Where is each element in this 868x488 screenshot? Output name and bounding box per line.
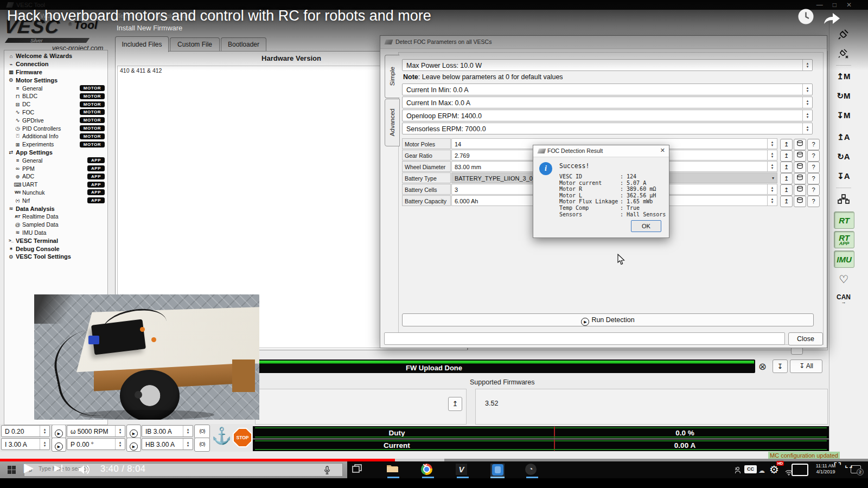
ok-button[interactable]: OK — [631, 220, 661, 232]
sidebar-item-motor-settings[interactable]: ⚙Motor Settings — [4, 76, 107, 84]
sidebar-item-uart[interactable]: ⌨UARTAPP — [4, 181, 107, 189]
sidebar-item-sampled-data[interactable]: @Sampled Data — [4, 221, 107, 229]
upload-fw-button[interactable]: ↥ — [448, 397, 462, 411]
close-icon[interactable]: ✕ — [846, 1, 861, 9]
sidebar-item-app-general[interactable]: ≡GeneralAPP — [4, 156, 107, 164]
spinner-icon[interactable] — [802, 84, 812, 95]
rpm-setpoint-input[interactable]: ω 5000 RPM — [67, 425, 125, 437]
spinner-icon[interactable] — [802, 60, 812, 70]
realtime-data-icon[interactable]: RT — [834, 211, 854, 229]
help-param-button[interactable]: ? — [807, 150, 820, 162]
can-forward-icon[interactable]: CAN→ — [834, 291, 853, 307]
spinner-icon[interactable] — [767, 184, 777, 194]
reload-app-config-icon[interactable]: ↻A — [834, 149, 853, 165]
can-scan-icon[interactable] — [834, 191, 853, 207]
write-app-config-icon[interactable]: ↧A — [834, 168, 853, 184]
realtime-app-icon[interactable]: RTAPP — [834, 231, 854, 248]
sidebar-item-additional-info[interactable]: ⍞Additional InfoMOTOR — [4, 132, 107, 140]
tab-simple[interactable]: Simple — [385, 55, 400, 98]
share-icon[interactable] — [822, 9, 842, 27]
spinner-icon[interactable] — [40, 439, 49, 450]
spinner-icon[interactable] — [802, 97, 812, 108]
handbrake-current-input[interactable]: HB 3.00 A — [142, 438, 193, 450]
maximize-icon[interactable]: □ — [833, 1, 846, 9]
current-in-min-field[interactable]: Current In Min: 0.0 A — [402, 84, 813, 95]
sidebar-item-gpdrive[interactable]: ∿GPDriveMOTOR — [4, 116, 107, 124]
database-param-button[interactable] — [794, 173, 806, 184]
sidebar-item-nunchuk[interactable]: WiiNunchukAPP — [4, 189, 107, 197]
spinner-icon[interactable] — [183, 426, 193, 436]
play-pause-icon[interactable]: ▶ — [24, 460, 34, 475]
sidebar-item-pid-controllers[interactable]: ◷PID ControllersMOTOR — [4, 124, 107, 132]
video-progress-bar[interactable] — [0, 459, 868, 461]
spinner-icon[interactable] — [802, 110, 812, 121]
write-motor-config-icon[interactable]: ↧M — [834, 107, 853, 124]
spinner-icon[interactable] — [767, 139, 777, 149]
tab-included-files[interactable]: Included Files — [115, 36, 169, 52]
next-video-icon[interactable]: ▶ — [54, 463, 62, 473]
sidebar-item-nrf[interactable]: (•)NrfAPP — [4, 196, 107, 204]
disconnect-icon[interactable] — [834, 46, 853, 62]
spinner-icon[interactable] — [115, 439, 125, 450]
sidebar-item-foc[interactable]: ∿FOCMOTOR — [4, 108, 107, 117]
brake-current-input[interactable]: IB 3.00 A — [142, 425, 193, 437]
file-explorer-icon[interactable] — [386, 464, 400, 477]
fullscreen-icon[interactable]: ⌜⌝ ⌞⌟ — [834, 462, 853, 468]
sidebar-item-firmware[interactable]: ▦Firmware — [4, 68, 107, 76]
start-button[interactable] — [8, 466, 16, 474]
miniplayer-icon[interactable] — [792, 464, 808, 476]
run-current-button[interactable]: ▶ — [52, 438, 66, 452]
upload-param-button[interactable]: ↥ — [780, 150, 793, 162]
anchor-icon[interactable]: ⚓ — [212, 426, 232, 445]
connect-icon[interactable] — [834, 26, 853, 42]
onedrive-cloud-icon[interactable]: ☁ — [758, 467, 765, 474]
keyboard-control-heart-icon[interactable]: ♡ — [834, 271, 853, 287]
database-param-button[interactable] — [794, 184, 806, 196]
run-detection-button[interactable]: ▶Run Detection — [402, 313, 814, 326]
obs-icon[interactable]: ◔ — [525, 464, 539, 477]
reload-motor-config-icon[interactable]: ↻M — [834, 88, 853, 104]
tab-advanced[interactable]: Advanced — [385, 99, 400, 146]
database-param-button[interactable] — [794, 150, 806, 162]
brake-icon[interactable]: (O) — [194, 425, 210, 439]
result-titlebar[interactable]: FOC Detection Result ✕ — [533, 145, 669, 157]
minimize-icon[interactable]: — — [816, 1, 833, 9]
duty-setpoint-input[interactable]: D 0.20 — [1, 425, 50, 437]
video-title[interactable]: Hack hoverboard motors and control with … — [7, 8, 431, 24]
close-button[interactable]: Close — [788, 332, 823, 345]
sidebar-item-connection[interactable]: ⌁Connection — [4, 60, 107, 68]
run-duty-button[interactable]: ▶ — [52, 425, 66, 439]
stop-button[interactable]: STOP — [233, 428, 252, 447]
run-rpm-button[interactable]: ▶ — [126, 425, 141, 439]
sidebar-item-vesc-tool-settings[interactable]: ⚙VESC Tool Settings — [4, 253, 107, 261]
sidebar-item-data-analysis[interactable]: ≋Data Analysis — [4, 204, 107, 213]
microphone-icon[interactable] — [324, 466, 330, 477]
spinner-icon[interactable] — [767, 196, 777, 206]
people-tray-icon[interactable] — [733, 466, 741, 476]
spinner-icon[interactable] — [40, 426, 49, 436]
captions-button[interactable]: CC — [744, 465, 757, 473]
download-all-fw-button[interactable]: ↧ All — [790, 359, 822, 373]
volume-icon[interactable] — [78, 465, 91, 477]
spinner-icon[interactable] — [767, 150, 777, 160]
database-param-button[interactable] — [794, 139, 806, 150]
sensorless-erpm-field[interactable]: Sensorless ERPM: 7000.0 — [402, 123, 813, 134]
sidebar-item-realtime-data[interactable]: RTRealtime Data — [4, 213, 107, 221]
openloop-erpm-field[interactable]: Openloop ERPM: 1400.0 — [402, 110, 813, 121]
sidebar-item-welcome-wizards[interactable]: ⌂Welcome & Wizards — [4, 52, 107, 60]
sidebar-item-adc[interactable]: ⊛ADCAPP — [4, 172, 107, 181]
position-setpoint-input[interactable]: P 0.00 ° — [67, 438, 125, 450]
help-param-button[interactable]: ? — [807, 184, 820, 196]
upload-param-button[interactable]: ↥ — [780, 162, 793, 173]
upload-param-button[interactable]: ↥ — [780, 139, 793, 150]
vesc-taskbar-icon[interactable]: V — [456, 464, 470, 477]
remote-app-icon[interactable] — [490, 464, 505, 477]
read-app-config-icon[interactable]: ↥A — [834, 129, 853, 145]
hardware-version-item[interactable]: 410 & 411 & 412 — [120, 67, 162, 74]
sidebar-item-app-settings[interactable]: ⇄App Settings — [4, 149, 107, 157]
chevron-down-icon[interactable]: ⌄ — [421, 457, 429, 469]
search-box[interactable]: ⌕ — [24, 463, 343, 477]
sidebar-item-imu-data[interactable]: ≋IMU Data — [4, 229, 107, 237]
upload-param-button[interactable]: ↥ — [780, 184, 793, 196]
spinner-icon[interactable] — [115, 426, 125, 436]
